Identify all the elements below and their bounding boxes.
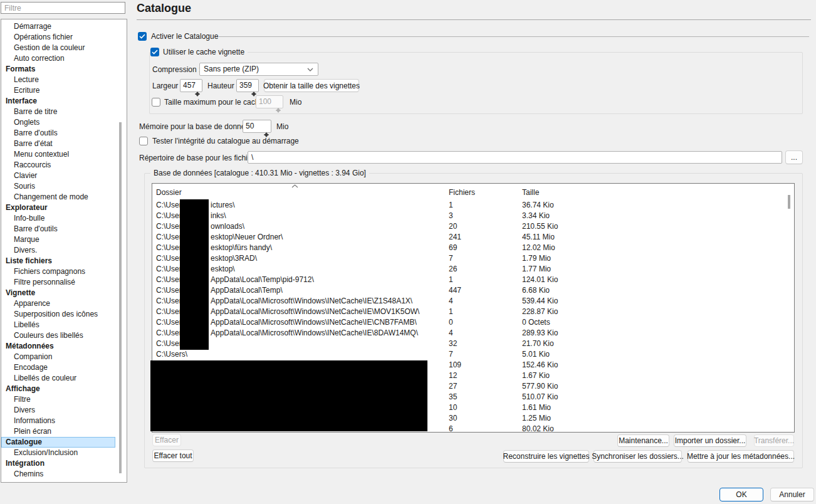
- clear-button[interactable]: Effacer: [152, 434, 181, 446]
- sidebar-item-exclusion-inclusion[interactable]: Exclusion/Inclusion: [1, 448, 127, 458]
- enable-catalog-checkbox[interactable]: [138, 32, 147, 41]
- table-row[interactable]: C:\Users3221.70 Kio: [152, 339, 794, 349]
- ok-button[interactable]: OK: [719, 488, 763, 501]
- sidebar-item-interface[interactable]: Interface: [1, 96, 127, 107]
- table-row[interactable]: C:\UsersAppData\Local\Microsoft\Windows\…: [152, 296, 794, 307]
- sidebar-item-liste-fichiers[interactable]: Liste fichiers: [1, 256, 127, 266]
- table-row[interactable]: C:\Usersesktop\fürs handy\6912.02 Mio: [152, 243, 794, 253]
- sidebar-item-int-gration[interactable]: Intégration: [1, 458, 127, 469]
- sidebar-item-companion[interactable]: Companion: [1, 352, 127, 362]
- sidebar-item-fichiers-compagnons[interactable]: Fichiers compagnons: [1, 266, 127, 277]
- max-cache-checkbox[interactable]: [152, 98, 160, 107]
- sidebar-item-info-bulle[interactable]: Info-bulle: [1, 213, 127, 224]
- sidebar-item-divers-[interactable]: Divers.: [1, 245, 127, 256]
- sidebar-item-superposition-des-ic-nes[interactable]: Superposition des icônes: [1, 309, 127, 320]
- table-row[interactable]: C:\UsersAppData\Local\Microsoft\Windows\…: [152, 328, 794, 339]
- sidebar-item-libell-s[interactable]: Libellés: [1, 320, 127, 330]
- sidebar-scrollbar[interactable]: [119, 122, 122, 473]
- memory-label: Mémoire pour la base de données: [139, 122, 253, 132]
- table-row[interactable]: C:\UsersAppData\Local\Temp\4476.68 Kio: [152, 285, 794, 296]
- page-title: Catalogue: [137, 2, 191, 15]
- sidebar-item-raccourcis[interactable]: Raccourcis: [1, 160, 127, 171]
- table-row[interactable]: C:\Usersinks\33.34 Kio: [152, 211, 794, 221]
- sidebar-item-ecriture[interactable]: Ecriture: [1, 85, 127, 96]
- spinner-up-icon[interactable]: [251, 83, 256, 95]
- sidebar-item-affichage[interactable]: Affichage: [1, 384, 127, 394]
- sidebar-item-clavier[interactable]: Clavier: [1, 171, 127, 181]
- sidebar-item-barre-d-outils[interactable]: Barre d'outils: [1, 128, 127, 139]
- sidebar-item-barre-de-titre[interactable]: Barre de titre: [1, 107, 127, 117]
- category-filter-input[interactable]: [1, 2, 125, 14]
- sidebar-item-catalogue[interactable]: Catalogue: [1, 437, 115, 448]
- sidebar-item-changement-de-mode[interactable]: Changement de mode: [1, 192, 127, 202]
- import-folder-button[interactable]: Importer un dossier...: [674, 434, 746, 447]
- cell-taille: 124.01 Kio: [522, 275, 558, 285]
- spinner-up-icon[interactable]: [195, 83, 200, 95]
- get-thumb-size-button[interactable]: Obtenir la taille des vignettes: [264, 79, 359, 92]
- rebuild-thumbnails-button[interactable]: Reconstruire les vignettes: [503, 450, 589, 463]
- sidebar-item-souris[interactable]: Souris: [1, 181, 127, 192]
- sidebar-item-lecture[interactable]: Lecture: [1, 75, 127, 85]
- basedir-browse-button[interactable]: ...: [785, 150, 803, 164]
- sidebar-item-plein-cran[interactable]: Plein écran: [1, 426, 127, 437]
- sidebar-item-apparence[interactable]: Apparence: [1, 298, 127, 309]
- column-header-dossier[interactable]: Dossier: [156, 188, 182, 197]
- sidebar-item-vignette[interactable]: Vignette: [1, 288, 127, 298]
- sidebar-item-barre-d-tat[interactable]: Barre d'état: [1, 139, 127, 149]
- sidebar-item-libell-s-de-couleur[interactable]: Libellés de couleur: [1, 373, 127, 384]
- sidebar-item-encodage[interactable]: Encodage: [1, 362, 127, 373]
- sidebar-item-informations[interactable]: Informations: [1, 416, 127, 426]
- sidebar-item-filtre-personnalis-[interactable]: Filtre personnalisé: [1, 277, 127, 288]
- sidebar-item-gestion-de-la-couleur[interactable]: Gestion de la couleur: [1, 43, 127, 53]
- cell-fichiers: 109: [449, 360, 461, 370]
- table-row[interactable]: C:\Usersesktop\261.77 Mio: [152, 264, 794, 275]
- table-row[interactable]: C:\Usersictures\136.74 Kio: [152, 200, 794, 211]
- table-row[interactable]: C:\Users\75.01 Kio: [152, 349, 794, 360]
- cell-dossier-suffix: AppData\Local\Microsoft\Windows\INetCach…: [211, 296, 412, 307]
- table-row[interactable]: C:\UsersAppData\Local\Microsoft\Windows\…: [152, 317, 794, 328]
- sync-folders-button[interactable]: Synchroniser les dossiers...: [594, 450, 682, 463]
- transfer-button[interactable]: Transférer...: [754, 434, 794, 447]
- spinner-up-icon[interactable]: [264, 123, 269, 135]
- cell-dossier-suffix: inks\: [211, 211, 226, 221]
- column-header-taille[interactable]: Taille: [522, 188, 539, 197]
- table-row[interactable]: C:\Usersesktop\3RAD\71.79 Mio: [152, 253, 794, 264]
- category-list[interactable]: DémarrageOpérations fichierGestion de la…: [1, 19, 127, 483]
- cell-taille: 510.07 Kio: [522, 392, 558, 402]
- sidebar-item-op-rations-fichier[interactable]: Opérations fichier: [1, 32, 127, 43]
- update-metadata-button[interactable]: Mettre à jour les métadonnées...: [688, 450, 794, 463]
- maintenance-button[interactable]: Maintenance...: [617, 434, 669, 447]
- sidebar-item-chemins[interactable]: Chemins: [1, 469, 127, 480]
- cancel-button[interactable]: Annuler: [770, 488, 814, 501]
- column-header-fichiers[interactable]: Fichiers: [449, 188, 475, 197]
- sidebar-item-filtre[interactable]: Filtre: [1, 394, 127, 405]
- sidebar-item-marque[interactable]: Marque: [1, 234, 127, 245]
- integrity-checkbox[interactable]: [139, 137, 148, 145]
- sort-ascending-icon[interactable]: [291, 184, 298, 188]
- clear-all-button[interactable]: Effacer tout: [152, 449, 194, 462]
- table-row[interactable]: C:\UsersAppData\Local\Microsoft\Windows\…: [152, 307, 794, 317]
- sidebar-item-m-tadonn-es[interactable]: Métadonnées: [1, 341, 127, 352]
- table-row[interactable]: C:\Usersownloads\20210.55 Kio: [152, 221, 794, 232]
- sidebar-item-explorateur[interactable]: Explorateur: [1, 202, 127, 213]
- height-stepper[interactable]: 359: [236, 79, 259, 92]
- sidebar-item-divers[interactable]: Divers: [1, 405, 127, 416]
- memory-stepper[interactable]: 50: [243, 120, 271, 133]
- thumb-cache-checkbox[interactable]: [150, 48, 159, 56]
- table-row[interactable]: C:\UsersAppData\Local\Temp\pid-9712\1124…: [152, 275, 794, 285]
- compression-select[interactable]: Sans perte (ZIP): [199, 63, 318, 76]
- sidebar-item-menu-contextuel[interactable]: Menu contextuel: [1, 149, 127, 160]
- sidebar-item-formats[interactable]: Formats: [1, 64, 127, 75]
- width-label: Largeur: [152, 81, 178, 91]
- sidebar-item-onglets[interactable]: Onglets: [1, 117, 127, 128]
- sidebar-item-d-marrage[interactable]: Démarrage: [1, 21, 127, 32]
- cell-dossier-suffix: AppData\Local\Temp\pid-9712\: [211, 275, 314, 285]
- sidebar-item-couleurs-des-libell-s[interactable]: Couleurs des libellés: [1, 330, 127, 341]
- cell-fichiers: 12: [449, 370, 457, 381]
- table-row[interactable]: C:\Usersesktop\Neuer Ordner\24145.11 Mio: [152, 232, 794, 243]
- basedir-input[interactable]: [248, 151, 782, 164]
- width-stepper[interactable]: 457: [180, 79, 202, 92]
- sidebar-item-auto-correction[interactable]: Auto correction: [1, 53, 127, 64]
- table-scrollbar[interactable]: [788, 195, 790, 209]
- sidebar-item-barre-d-outils[interactable]: Barre d'outils: [1, 224, 127, 234]
